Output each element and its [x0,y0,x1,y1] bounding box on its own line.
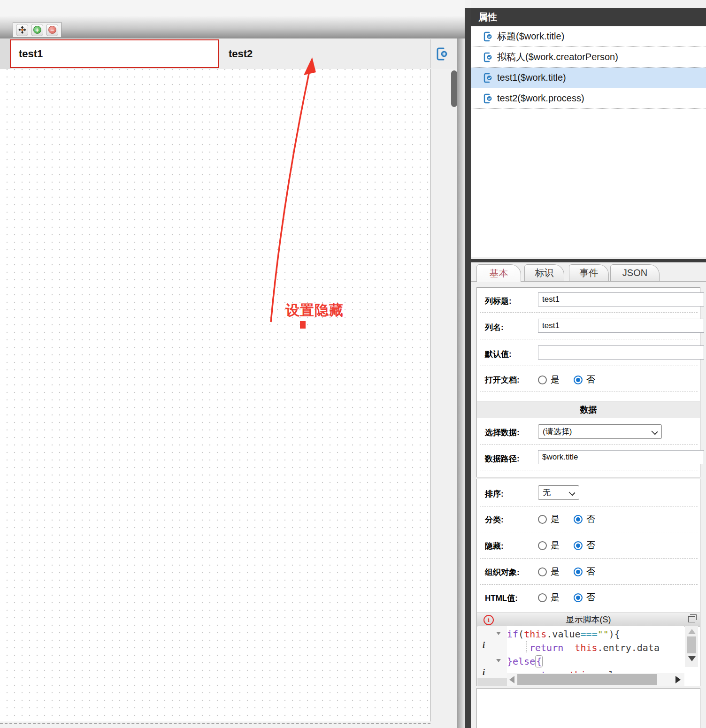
row-divider [480,339,698,339]
fold-arrow-icon[interactable] [496,659,501,662]
sort-dropdown[interactable]: 无 [538,485,579,500]
radio-no-checked[interactable] [574,375,583,384]
column-header-action-cell[interactable] [430,39,453,68]
hidden-radio-group: 是 否 [538,539,595,552]
radio-label: 否 [586,591,595,604]
list-item-label: 拟稿人($work.creatorPerson) [497,51,618,63]
radio-label: 是 [551,591,560,604]
list-item-label: test2($work.process) [497,93,584,104]
script-section-header: i 显示脚本(S) [477,613,700,627]
radio-yes[interactable] [538,541,547,550]
radio-label: 是 [551,374,560,386]
scroll-down-arrow[interactable] [688,656,696,661]
scroll-up-arrow[interactable] [688,629,696,634]
radio-no-checked[interactable] [574,593,583,602]
editor-vertical-scrollbar[interactable] [685,626,698,667]
scrollbar-thumb[interactable] [687,636,696,653]
properties-panel: 属性 标题($work.title) 拟稿人($work.creatorPers… [471,0,706,728]
canvas-scrollbar-thumb[interactable] [451,70,457,107]
tab-basic[interactable]: 基本 [476,264,521,282]
data-path-input[interactable] [538,450,704,464]
radio-yes[interactable] [538,567,547,576]
canvas-title-gradient-bar [0,15,465,38]
default-value-input[interactable] [538,345,704,360]
column-header-test2[interactable]: test2 [219,39,430,68]
chevron-down-icon [651,428,658,435]
vertical-splitter[interactable] [465,8,471,728]
tab-label: JSON [622,268,647,278]
radio-label: 是 [551,566,560,578]
radio-no-checked[interactable] [574,541,583,550]
field-label: 列标题: [485,296,512,307]
category-radio-group: 是 否 [538,513,595,525]
list-item-test2[interactable]: test2($work.process) [471,88,706,109]
designer-toolbar: + − [13,22,61,38]
radio-no-checked[interactable] [574,515,583,524]
col-title-input[interactable] [538,292,704,307]
scrollbar-thumb[interactable] [517,674,657,685]
field-label: 打开文档: [485,375,520,385]
tab-events[interactable]: 事件 [569,264,609,281]
code-line-2: return this.entry.data [507,641,660,655]
radio-label: 否 [586,374,595,386]
radio-label: 是 [551,513,560,525]
list-item-label: 标题($work.title) [497,30,564,43]
radio-label: 否 [586,566,595,578]
editor-horizontal-scrollbar[interactable] [507,673,684,686]
radio-yes[interactable] [538,593,547,602]
tab-json[interactable]: JSON [610,264,660,281]
code-line-3: }else{ [507,655,543,668]
form-group-basic: 列标题: 列名: 默认值: 打开文档: 是 否 数据 选择数据: (请选择) [476,287,700,477]
remove-icon: − [48,26,56,34]
designer-grid-canvas[interactable] [0,69,430,721]
list-item-creator[interactable]: 拟稿人($work.creatorPerson) [471,47,706,68]
select-data-dropdown[interactable]: (请选择) [538,424,662,439]
row-divider [480,391,698,391]
radio-label: 否 [586,513,595,525]
gutter-info-icon: i [483,667,485,677]
code-line-1: if(this.value===""){ [507,628,620,641]
scroll-left-arrow[interactable] [509,676,514,683]
field-label: 组织对象: [485,567,520,578]
fold-arrow-icon[interactable] [496,632,501,635]
org-object-radio-group: 是 否 [538,566,595,578]
radio-label: 否 [586,539,595,552]
row-divider [480,366,698,366]
panel-title-bar: 属性 [471,8,706,26]
row-divider [480,470,698,470]
row-divider [480,506,698,506]
column-header-test1-selected[interactable]: test1 [10,39,219,68]
editor-gutter: i i [477,626,507,686]
field-label: 排序: [485,489,504,499]
canvas-scrollbar-track[interactable] [430,69,457,728]
field-doc-icon [483,73,492,83]
canvas-edge-shadow [457,38,465,728]
tab-identifier[interactable]: 标识 [524,264,564,281]
radio-yes[interactable] [538,515,547,524]
col-name-input[interactable] [538,319,704,333]
list-item-test1-selected[interactable]: test1($work.title) [471,68,706,88]
form-group-next [476,688,700,728]
move-button[interactable] [16,24,28,36]
column-header-label: test1 [19,48,43,60]
radio-label: 是 [551,539,560,552]
field-label: 选择数据: [485,427,520,438]
move-icon [18,26,26,34]
radio-no-checked[interactable] [574,567,583,576]
list-item-title[interactable]: 标题($work.title) [471,26,706,47]
field-label: HTML值: [485,593,518,604]
scroll-right-arrow[interactable] [675,676,681,683]
annotation-text: 设置隐藏 [285,301,344,320]
radio-yes[interactable] [538,375,547,384]
info-icon[interactable]: i [483,615,494,625]
row-divider [480,558,698,559]
remove-row-button[interactable]: − [46,24,58,36]
column-header-label: test2 [229,48,253,60]
horizontal-splitter[interactable] [471,259,706,262]
open-doc-radio-group: 是 否 [538,374,595,386]
add-row-button[interactable]: + [31,24,43,36]
row-divider [480,312,698,313]
popout-window-icon[interactable] [688,616,695,622]
gutter-bottom-block [477,678,507,686]
field-label: 默认值: [485,349,512,360]
